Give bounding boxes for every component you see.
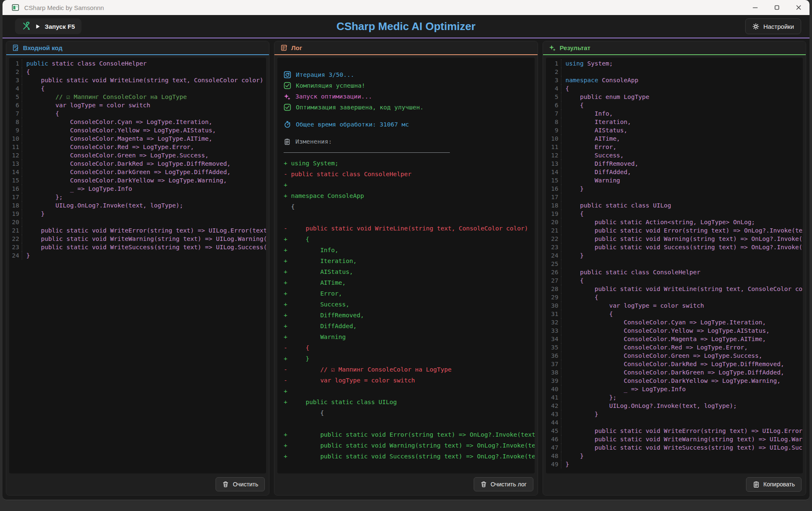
diff-line-text: + public static class UILog [284, 399, 397, 405]
clear-log-label: Очистить лог [491, 481, 527, 488]
diff-line: + Info, [277, 245, 534, 256]
trash-icon [480, 481, 487, 488]
result-panel-footer: Копировать [543, 473, 806, 495]
main-content: Входной код 1public static class Console… [3, 38, 809, 496]
run-button[interactable]: Запуск F5 [15, 18, 81, 34]
diff-line-text: - public static class ConsoleHelper [284, 171, 411, 177]
code-line: 5 // ☑ Маппинг ConsoleColor на LogType [9, 93, 266, 101]
code-line: 40 _ => LogType.Info [546, 385, 803, 393]
diff-line-text: + DiffRemoved, [284, 312, 364, 319]
diff-line: + } [277, 353, 534, 364]
diff-line: + [277, 386, 534, 397]
diff-line-text: - { [284, 344, 309, 351]
result-panel-title: Результат [560, 44, 591, 51]
code-line: 20 [9, 218, 266, 226]
diff-line: + public static void Warning(string text… [277, 440, 534, 451]
code-line: 15 ConsoleColor.DarkYellow => LogType.Wa… [9, 176, 266, 185]
diff-line: { [277, 407, 534, 418]
stopwatch-icon [284, 121, 291, 128]
diff-line-text: - var logType = color switch [284, 377, 415, 384]
log-panel-header: Лог [274, 41, 537, 55]
code-line: 12 Success, [546, 151, 803, 159]
app-header: Запуск F5 CSharp Medic AI Optimizer Наст… [3, 15, 809, 38]
maximize-icon [774, 5, 780, 10]
code-line: 22 public static void Warning(string tex… [546, 235, 803, 243]
code-line: 36 ConsoleColor.Green => LogType.Success… [546, 352, 803, 360]
clear-input-label: Очистить [233, 481, 258, 488]
maximize-button[interactable] [766, 0, 788, 15]
code-line: 11 ConsoleColor.Red => LogType.Error, [9, 143, 266, 151]
diff-line-text: { [284, 410, 324, 416]
log-entry-text: Оптимизация завершена, код улучшен. [296, 104, 424, 111]
diff-line: - public static void WriteLine(string te… [277, 223, 534, 234]
refresh-icon [284, 71, 291, 78]
code-line: 14 ConsoleColor.DarkGreen => LogType.Dif… [9, 168, 266, 176]
play-icon [35, 23, 41, 30]
log-panel-footer: Очистить лог [274, 473, 537, 495]
settings-button[interactable]: Настройки [745, 18, 801, 34]
clear-input-button[interactable]: Очистить [216, 477, 265, 491]
input-panel-title: Входной код [23, 44, 63, 51]
code-line: 37 ConsoleColor.DarkRed => LogType.DiffR… [546, 360, 803, 368]
code-line: 14 DiffAdded, [546, 168, 803, 176]
minimize-button[interactable] [744, 0, 766, 15]
code-line: 20 public static Action<string, LogType>… [546, 218, 803, 226]
code-line: 41 }; [546, 393, 803, 402]
diff-line-text: + [284, 388, 291, 395]
diff-line-text: + public static void Success(string text… [284, 453, 534, 460]
scroll-icon [280, 44, 287, 51]
code-line: 32 ConsoleColor.Cyan => LogType.Iteratio… [546, 318, 803, 326]
code-line: 23 public static void WriteSuccess(strin… [9, 243, 266, 251]
copy-button[interactable]: Копировать [746, 477, 802, 492]
code-line: 33 ConsoleColor.Yellow => LogType.AIStat… [546, 326, 803, 335]
diff-line [277, 212, 534, 223]
close-button[interactable] [788, 0, 809, 15]
code-line: 42 UILog.OnLog?.Invoke(text, logType); [546, 402, 803, 410]
doc-edit-icon [12, 44, 19, 51]
log-entry: Общее время обработки: 31067 мс [277, 119, 534, 130]
code-line: 16 _ => LogType.Info [9, 185, 266, 193]
diff-line: + public static class UILog [277, 397, 534, 407]
input-panel: Входной код 1public static class Console… [6, 41, 269, 496]
run-button-label: Запуск F5 [45, 23, 75, 30]
diff-line: + DiffRemoved, [277, 310, 534, 321]
tools-icon [22, 22, 31, 31]
diff-line: + Success, [277, 299, 534, 310]
code-line: 44 [546, 418, 803, 427]
input-code-editor[interactable]: 1public static class ConsoleHelper2{3 pu… [9, 58, 266, 473]
diff-line: + DiffAdded, [277, 321, 534, 331]
diff-line-text: + public static void Error(string text) … [284, 431, 534, 438]
code-line: 34 ConsoleColor.Magenta => LogType.AITim… [546, 335, 803, 343]
code-line: 26 public static class ConsoleHelper [546, 268, 803, 276]
diff-line-text: + AIStatus, [284, 268, 353, 275]
log-spacer [277, 113, 534, 119]
diff-line-text: + namespace ConsoleApp [284, 192, 364, 199]
diff-line: + using System; [277, 158, 534, 169]
code-line: 11 Error, [546, 143, 803, 151]
code-line: 46 public static void WriteWarning(strin… [546, 435, 803, 443]
log-entry-text: Итерация 3/50... [296, 71, 354, 78]
code-line: 2 [546, 68, 803, 76]
clear-log-button[interactable]: Очистить лог [474, 477, 533, 491]
code-line: 4 { [9, 84, 266, 93]
code-line: 24 } [546, 251, 803, 260]
code-line: 19 { [546, 210, 803, 218]
code-line: 24} [9, 251, 266, 260]
diff-line: - { [277, 342, 534, 353]
log-output: Итерация 3/50...Компиляция успешна!Запус… [277, 58, 534, 473]
log-divider [277, 147, 534, 158]
diff-line-text [284, 420, 291, 427]
diff-line: + { [277, 234, 534, 245]
code-line: 18 UILog.OnLog?.Invoke(text, logType); [9, 201, 266, 210]
check-icon [284, 104, 291, 111]
log-panel: Лог Итерация 3/50...Компиляция успешна!З… [274, 41, 538, 496]
diff-line: - // ☑ Маппинг ConsoleColor на LogType [277, 364, 534, 375]
code-line: 49} [546, 460, 803, 468]
settings-button-label: Настройки [763, 23, 794, 30]
code-line: 10 AITime, [546, 134, 803, 143]
titlebar[interactable]: CSharp Medic by Samsonnn [3, 0, 809, 15]
clipboard-icon [753, 481, 760, 488]
code-line: 5 public enum LogType [546, 93, 803, 101]
diff-line: - var logType = color switch [277, 375, 534, 386]
diff-line: + Iteration, [277, 256, 534, 266]
